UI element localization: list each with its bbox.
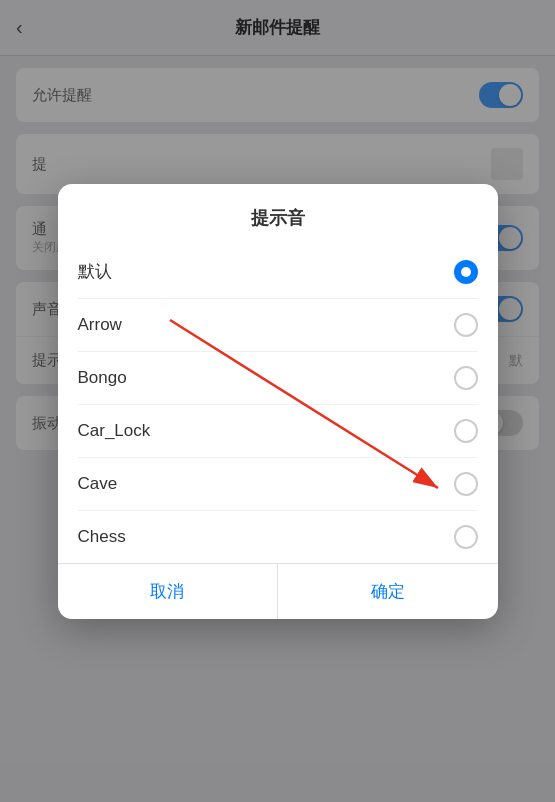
dialog-title: 提示音: [58, 184, 498, 246]
modal-overlay: 提示音 默认 Arrow Bongo Car_Lock: [0, 0, 555, 802]
sound-option-default-label: 默认: [78, 260, 112, 283]
sound-option-car-lock-radio: [454, 419, 478, 443]
cancel-button[interactable]: 取消: [58, 564, 279, 619]
sound-option-car-lock-label: Car_Lock: [78, 421, 151, 441]
sound-option-chess-radio: [454, 525, 478, 549]
sound-option-chess[interactable]: Chess: [78, 511, 478, 563]
sound-option-arrow-label: Arrow: [78, 315, 122, 335]
confirm-button[interactable]: 确定: [278, 564, 498, 619]
sound-options-list: 默认 Arrow Bongo Car_Lock Cave: [58, 246, 498, 563]
sound-picker-dialog: 提示音 默认 Arrow Bongo Car_Lock: [58, 184, 498, 619]
dialog-button-row: 取消 确定: [58, 563, 498, 619]
sound-option-arrow[interactable]: Arrow: [78, 299, 478, 352]
sound-option-cave-radio: [454, 472, 478, 496]
sound-option-bongo-radio: [454, 366, 478, 390]
sound-option-default[interactable]: 默认: [78, 246, 478, 299]
sound-option-chess-label: Chess: [78, 527, 126, 547]
sound-option-cave[interactable]: Cave: [78, 458, 478, 511]
sound-option-cave-label: Cave: [78, 474, 118, 494]
sound-option-arrow-radio: [454, 313, 478, 337]
sound-option-bongo[interactable]: Bongo: [78, 352, 478, 405]
sound-option-car-lock[interactable]: Car_Lock: [78, 405, 478, 458]
sound-option-default-radio: [454, 260, 478, 284]
sound-option-bongo-label: Bongo: [78, 368, 127, 388]
